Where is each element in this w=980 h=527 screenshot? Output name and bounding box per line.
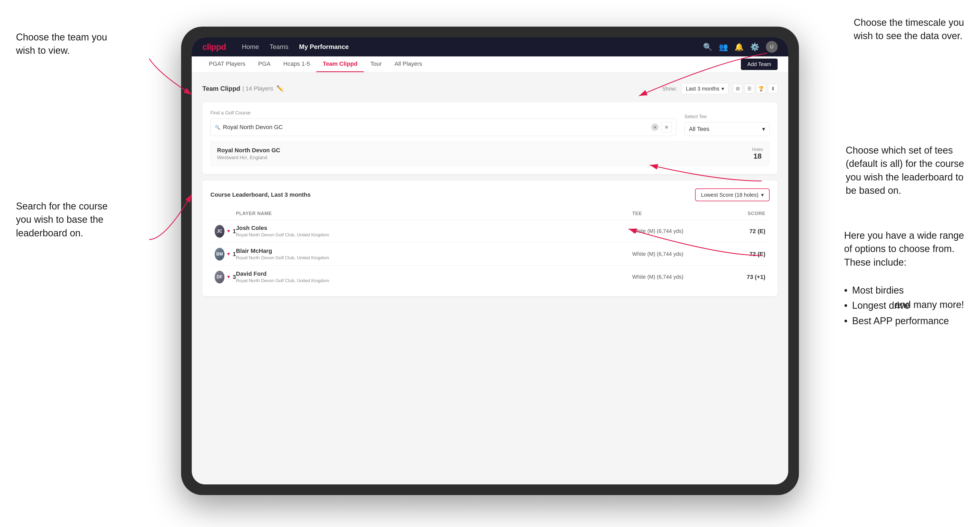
show-label: Show: xyxy=(662,86,677,92)
nav-home[interactable]: Home xyxy=(242,43,259,51)
team-title: Team Clippd xyxy=(202,85,240,92)
app-logo: clippd xyxy=(202,42,226,52)
top-nav: clippd Home Teams My Performance 🔍 👥 🔔 ⚙… xyxy=(192,37,788,56)
nav-my-performance[interactable]: My Performance xyxy=(299,43,349,51)
player-score-1: 72 (E) xyxy=(712,228,765,235)
leaderboard-title: Course Leaderboard, Last 3 months xyxy=(210,191,311,198)
player-club-2: Royal North Devon Golf Club, United King… xyxy=(236,255,632,260)
course-result-info: Royal North Devon GC Westward Ho!, Engla… xyxy=(217,147,280,160)
course-result-location: Westward Ho!, England xyxy=(217,155,280,160)
app-container: clippd Home Teams My Performance 🔍 👥 🔔 ⚙… xyxy=(192,37,788,484)
clear-search-button[interactable]: ✕ xyxy=(651,124,659,131)
annotation-top-right: Choose the timescale you wish to see the… xyxy=(854,16,964,43)
rank-number-3: 3 xyxy=(233,274,236,281)
time-range-dropdown[interactable]: Last 3 months ▾ xyxy=(681,83,729,94)
table-row[interactable]: DF ♥ 3 David Ford Royal North Devon Golf… xyxy=(210,266,770,288)
player-club-3: Royal North Devon Golf Club, United King… xyxy=(236,278,632,284)
rank-number-1: 1 xyxy=(233,228,236,235)
chevron-down-icon-score: ▾ xyxy=(761,192,764,198)
settings-icon[interactable]: ⚙️ xyxy=(750,43,759,51)
search-row: Find a Golf Course 🔍 ✕ ★ Select Tee xyxy=(210,110,770,136)
main-content: Team Clippd | 14 Players ✏️ Show: Last 3… xyxy=(192,72,788,484)
nav-teams[interactable]: Teams xyxy=(269,43,288,51)
leaderboard-section: Course Leaderboard, Last 3 months Lowest… xyxy=(202,181,778,296)
sub-nav: PGAT Players PGA Hcaps 1-5 Team Clippd T… xyxy=(192,56,788,72)
player-rank-1: JC ♥ 1 xyxy=(215,225,236,238)
team-header: Team Clippd | 14 Players ✏️ Show: Last 3… xyxy=(202,83,778,94)
avatar-3: DF xyxy=(215,271,224,284)
favorite-button[interactable]: ★ xyxy=(661,122,672,133)
notification-icon[interactable]: 🔔 xyxy=(735,43,744,51)
add-team-button[interactable]: Add Team xyxy=(741,59,778,70)
annotation-bottom-left: Search for the course you wish to base t… xyxy=(16,200,108,240)
grid-view-button[interactable]: ⊞ xyxy=(733,84,743,94)
score-type-dropdown[interactable]: Lowest Score (18 holes) ▾ xyxy=(695,189,770,201)
player-info-3: David Ford Royal North Devon Golf Club, … xyxy=(236,270,632,284)
player-tee-1: White (M) (6,744 yds) xyxy=(632,228,712,234)
score-col-header: SCORE xyxy=(712,211,765,216)
nav-links: Home Teams My Performance xyxy=(242,43,703,51)
view-icons: ⊞ ☰ 🏆 ⬇ xyxy=(733,84,778,94)
tee-select-field: Select Tee All Tees ▾ xyxy=(684,114,770,136)
player-tee-3: White (M) (6,744 yds) xyxy=(632,274,712,280)
sub-nav-pgat[interactable]: PGAT Players xyxy=(202,56,252,72)
search-section: Find a Golf Course 🔍 ✕ ★ Select Tee xyxy=(202,102,778,174)
tee-col-header: TEE xyxy=(632,211,712,216)
player-info-1: Josh Coles Royal North Devon Golf Club, … xyxy=(236,225,632,238)
heart-icon-1[interactable]: ♥ xyxy=(227,229,230,234)
sub-nav-tour[interactable]: Tour xyxy=(364,56,388,72)
holes-number: 18 xyxy=(752,152,763,160)
sub-nav-all-players[interactable]: All Players xyxy=(388,56,428,72)
course-search-field: Find a Golf Course 🔍 ✕ ★ xyxy=(210,110,676,136)
bullet-best-app: Best APP performance xyxy=(844,313,964,329)
player-name-2: Blair McHarg xyxy=(236,248,632,254)
avatar-2: BM xyxy=(215,248,224,260)
show-controls: Show: Last 3 months ▾ ⊞ ☰ 🏆 ⬇ xyxy=(662,83,778,94)
sub-nav-pga[interactable]: PGA xyxy=(252,56,277,72)
chevron-down-icon-tee: ▾ xyxy=(762,125,765,133)
player-score-2: 72 (E) xyxy=(712,251,765,258)
course-result[interactable]: Royal North Devon GC Westward Ho!, Engla… xyxy=(210,141,770,166)
sub-nav-team-clippd[interactable]: Team Clippd xyxy=(317,56,364,72)
list-view-button[interactable]: ☰ xyxy=(745,84,754,94)
rank-number-2: 1 xyxy=(233,251,236,258)
table-row[interactable]: BM ♥ 1 Blair McHarg Royal North Devon Go… xyxy=(210,243,770,266)
download-button[interactable]: ⬇ xyxy=(768,84,778,94)
heart-icon-2[interactable]: ♥ xyxy=(227,251,230,257)
annotation-middle-right: Choose which set of tees (default is all… xyxy=(846,144,964,197)
player-rank-2: BM ♥ 1 xyxy=(215,248,236,260)
edit-icon[interactable]: ✏️ xyxy=(277,85,284,92)
team-count: | 14 Players xyxy=(242,85,273,92)
people-icon[interactable]: 👥 xyxy=(719,43,728,51)
tablet-frame: clippd Home Teams My Performance 🔍 👥 🔔 ⚙… xyxy=(181,27,799,495)
search-input-wrap: 🔍 ✕ ★ xyxy=(210,119,676,136)
avatar-1: JC xyxy=(215,225,224,238)
trophy-view-button[interactable]: 🏆 xyxy=(756,84,766,94)
search-icon-small: 🔍 xyxy=(215,125,220,130)
tee-select-label: Select Tee xyxy=(684,114,770,119)
annotation-top-left: Choose the team you wish to view. xyxy=(16,30,107,57)
table-headers: PLAYER NAME TEE SCORE xyxy=(210,208,770,220)
tee-select-dropdown[interactable]: All Tees ▾ xyxy=(684,122,770,136)
player-col-header: PLAYER NAME xyxy=(236,211,632,216)
table-row[interactable]: JC ♥ 1 Josh Coles Royal North Devon Golf… xyxy=(210,220,770,243)
leaderboard-header: Course Leaderboard, Last 3 months Lowest… xyxy=(210,189,770,201)
course-result-name: Royal North Devon GC xyxy=(217,147,280,154)
chevron-down-icon: ▾ xyxy=(721,86,724,92)
bullet-most-birdies: Most birdies xyxy=(844,283,964,298)
player-name-header xyxy=(215,211,236,216)
tablet-screen: clippd Home Teams My Performance 🔍 👥 🔔 ⚙… xyxy=(192,37,788,484)
player-info-2: Blair McHarg Royal North Devon Golf Club… xyxy=(236,248,632,260)
heart-icon-3[interactable]: ♥ xyxy=(227,274,230,280)
course-search-input[interactable] xyxy=(223,124,648,131)
holes-label: Holes xyxy=(752,147,763,152)
sub-nav-hcaps[interactable]: Hcaps 1-5 xyxy=(277,56,317,72)
player-score-3: 73 (+1) xyxy=(712,274,765,281)
search-icon[interactable]: 🔍 xyxy=(703,43,712,51)
player-club-1: Royal North Devon Golf Club, United King… xyxy=(236,232,632,238)
player-tee-2: White (M) (6,744 yds) xyxy=(632,251,712,257)
annotation-bottom-right: Here you have a wide range of options to… xyxy=(844,229,964,329)
annotation-and-more: and many more! xyxy=(895,298,964,311)
user-avatar[interactable]: U xyxy=(766,41,778,53)
find-course-label: Find a Golf Course xyxy=(210,110,676,116)
